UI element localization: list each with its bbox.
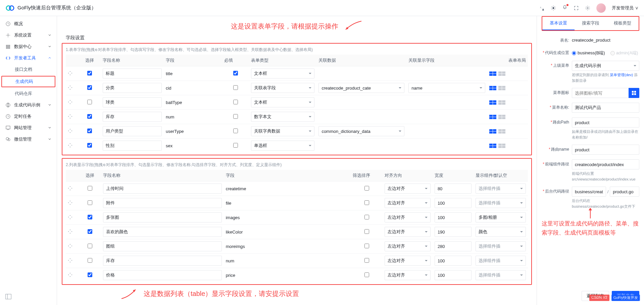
field-name-input[interactable] bbox=[103, 227, 221, 237]
sidebar-item-data[interactable]: 数据中心 bbox=[0, 41, 57, 52]
field-name-input[interactable] bbox=[103, 241, 221, 251]
field-name-input[interactable] bbox=[103, 112, 162, 122]
select-checkbox[interactable] bbox=[87, 114, 92, 119]
tab-basic[interactable]: 基本设置 bbox=[542, 17, 575, 30]
theme-icon[interactable] bbox=[551, 5, 556, 11]
layout-full[interactable] bbox=[489, 86, 496, 90]
sidebar-item-devtools[interactable]: 开发者工具 bbox=[0, 52, 57, 64]
fe-path-input[interactable] bbox=[572, 159, 639, 169]
icon-picker-button[interactable] bbox=[629, 88, 639, 98]
sort-checkbox[interactable] bbox=[364, 186, 369, 191]
drag-icon[interactable] bbox=[68, 85, 72, 90]
logo[interactable]: GoFly快速后台管理系统（企业版） bbox=[5, 4, 96, 12]
align-select[interactable]: 左边对齐 bbox=[385, 227, 431, 237]
field-name-input[interactable] bbox=[103, 198, 221, 208]
route-name-input[interactable] bbox=[572, 145, 639, 155]
parent-menu-select[interactable]: 生成代码示例 bbox=[572, 61, 639, 71]
select-checkbox[interactable] bbox=[88, 229, 92, 234]
align-select[interactable]: 左边对齐 bbox=[385, 256, 431, 266]
select-checkbox[interactable] bbox=[87, 143, 92, 148]
select-checkbox[interactable] bbox=[88, 244, 92, 248]
sidebar-item-apidoc[interactable]: 接口文档 bbox=[0, 64, 57, 75]
select-checkbox[interactable] bbox=[88, 200, 92, 205]
sort-checkbox[interactable] bbox=[364, 229, 369, 234]
required-checkbox[interactable] bbox=[233, 100, 238, 104]
sidebar-item-overview[interactable]: 概况 bbox=[0, 18, 57, 30]
be-path1-input[interactable] bbox=[572, 187, 606, 197]
rel-select[interactable]: createcode_product_cate bbox=[318, 83, 404, 93]
required-checkbox[interactable] bbox=[233, 143, 238, 148]
select-checkbox[interactable] bbox=[87, 100, 92, 104]
width-input[interactable] bbox=[435, 198, 472, 208]
type-select[interactable]: 单选框 bbox=[251, 141, 314, 151]
component-select[interactable]: 颜色 bbox=[476, 227, 526, 237]
drag-icon[interactable] bbox=[68, 215, 72, 219]
component-select[interactable]: 选择组件插 bbox=[476, 184, 526, 194]
select-checkbox[interactable] bbox=[88, 272, 92, 277]
layout-half[interactable] bbox=[498, 144, 505, 148]
field-name-input[interactable] bbox=[103, 270, 221, 280]
width-input[interactable] bbox=[435, 184, 472, 194]
type-select[interactable]: 文本框 bbox=[251, 68, 314, 79]
component-select[interactable]: 选择组件插 bbox=[476, 198, 526, 208]
sidebar-item-gencode[interactable]: 生成代码 bbox=[1, 76, 55, 87]
collapse-sidebar-icon[interactable] bbox=[5, 293, 12, 300]
required-checkbox[interactable] bbox=[233, 114, 238, 119]
sidebar-item-website[interactable]: 网站管理 bbox=[0, 122, 57, 134]
layout-half[interactable] bbox=[498, 100, 505, 105]
layout-half[interactable] bbox=[498, 115, 505, 119]
required-checkbox[interactable] bbox=[233, 129, 238, 133]
tab-search[interactable]: 搜索字段 bbox=[575, 17, 607, 30]
route-path-input[interactable] bbox=[572, 117, 639, 128]
rel-select[interactable]: common_dictionary_data bbox=[318, 126, 404, 136]
select-checkbox[interactable] bbox=[87, 129, 92, 133]
drag-icon[interactable] bbox=[68, 258, 72, 263]
menu-name-input[interactable] bbox=[572, 103, 639, 113]
width-input[interactable] bbox=[435, 270, 472, 280]
type-select[interactable]: 关联字典数据 bbox=[251, 126, 314, 136]
required-checkbox[interactable] bbox=[233, 71, 238, 75]
layout-half[interactable] bbox=[498, 86, 505, 90]
align-select[interactable]: 左边对齐 bbox=[385, 198, 431, 208]
field-name-input[interactable] bbox=[103, 83, 162, 93]
radio-business[interactable]: business(B端) bbox=[572, 50, 605, 56]
reldisp-select[interactable]: name bbox=[408, 83, 485, 93]
sort-checkbox[interactable] bbox=[364, 258, 369, 263]
sidebar-item-cron[interactable]: 定时任务 bbox=[0, 111, 57, 122]
select-checkbox[interactable] bbox=[88, 258, 92, 263]
component-select[interactable]: 选择组件插 bbox=[476, 270, 526, 280]
drag-icon[interactable] bbox=[68, 129, 72, 133]
layout-full[interactable] bbox=[489, 144, 496, 148]
layout-full[interactable] bbox=[489, 100, 496, 105]
layout-full[interactable] bbox=[489, 115, 496, 119]
type-select[interactable]: 文本框 bbox=[251, 97, 314, 107]
field-name-input[interactable] bbox=[103, 212, 221, 222]
sort-checkbox[interactable] bbox=[364, 200, 369, 205]
drag-icon[interactable] bbox=[68, 114, 72, 119]
layout-full[interactable] bbox=[489, 129, 496, 134]
avatar[interactable] bbox=[596, 3, 606, 13]
component-select[interactable]: 选择组件插 bbox=[476, 256, 526, 266]
settings-icon[interactable] bbox=[585, 5, 590, 11]
menu-icon-input[interactable] bbox=[572, 88, 629, 98]
align-select[interactable]: 左边对齐 bbox=[385, 270, 431, 280]
field-name-input[interactable] bbox=[103, 68, 162, 79]
align-select[interactable]: 左边对齐 bbox=[385, 212, 431, 222]
width-input[interactable] bbox=[435, 241, 472, 251]
sidebar-item-system[interactable]: 系统设置 bbox=[0, 30, 57, 41]
drag-icon[interactable] bbox=[68, 143, 72, 148]
required-checkbox[interactable] bbox=[233, 85, 238, 90]
drag-icon[interactable] bbox=[68, 186, 72, 191]
tab-template[interactable]: 模板类型 bbox=[606, 17, 639, 30]
width-input[interactable] bbox=[435, 212, 472, 222]
align-select[interactable]: 左边对齐 bbox=[385, 241, 431, 251]
select-checkbox[interactable] bbox=[88, 186, 92, 191]
type-select[interactable]: 数字本文 bbox=[251, 112, 314, 122]
be-path2-input[interactable] bbox=[610, 187, 639, 197]
align-select[interactable]: 左边对齐 bbox=[385, 184, 431, 194]
field-name-input[interactable] bbox=[103, 256, 221, 266]
layout-half[interactable] bbox=[498, 71, 505, 76]
sort-checkbox[interactable] bbox=[364, 244, 369, 248]
sidebar-item-coderepo[interactable]: 代码仓库 bbox=[0, 88, 57, 99]
drag-icon[interactable] bbox=[68, 100, 72, 104]
